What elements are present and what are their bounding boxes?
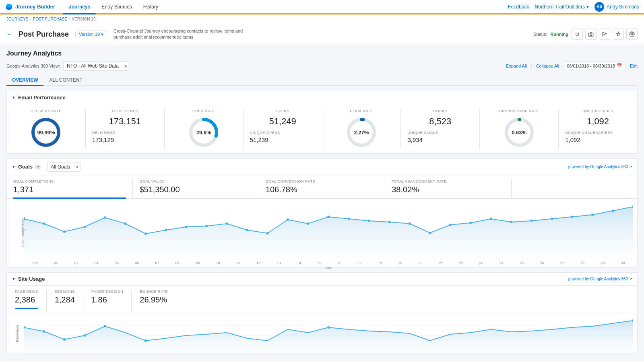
goals-ga-link[interactable]: Google Analytics 360 ↗ (590, 165, 632, 169)
svg-point-6 (631, 34, 633, 35)
user-avatar: AS (594, 2, 604, 12)
svg-point-59 (43, 330, 45, 333)
goals-info-icon[interactable]: ? (35, 164, 41, 170)
screenshot-button[interactable] (585, 29, 597, 40)
back-arrow-icon: ← (6, 31, 12, 37)
delivery-rate-value: 99.99% (37, 129, 55, 135)
unique-unsubs-group: UNIQUE UNSUBSCRIBES 1,092 (565, 128, 631, 143)
back-button[interactable]: ← (6, 31, 12, 37)
nav-journeys[interactable]: Journeys (63, 0, 96, 14)
goals-metrics-row: GOAL COMPLETIONS 1,371 GOAL VALUE $51,35… (7, 175, 637, 199)
pageviews-label: PAGEVIEWS (15, 290, 38, 294)
ga-left: Google Analytics 360 View: NTO - All Web… (6, 61, 129, 71)
bounce-rate-metric: BOUNCE RATE 26.95% (132, 290, 176, 313)
unique-unsubs-label: UNIQUE UNSUBSCRIBES (565, 131, 631, 135)
journey-title: Post Purchase (19, 30, 69, 39)
goals-select-wrapper: All Goals (47, 162, 80, 172)
goals-chart-x-label: Date (24, 266, 633, 270)
analytics-title: Journey Analytics (6, 50, 638, 57)
delivery-rate-group: DELIVERY RATE 99.99% (7, 109, 86, 148)
open-donut-wrap: 29.6% (188, 116, 220, 148)
pin-button[interactable] (613, 29, 624, 40)
pages-per-session-value: 1.86 (91, 295, 123, 304)
user-menu[interactable]: AS Andy Simmons (594, 2, 639, 12)
tab-all-content[interactable]: ALL CONTENT (43, 75, 88, 86)
svg-point-38 (469, 222, 472, 224)
unique-clicks-value: 3,934 (407, 136, 473, 143)
site-chart-y-label: Pageviews (15, 325, 19, 342)
svg-point-40 (510, 221, 512, 223)
goal-abandonment-value: 38.02% (392, 185, 504, 194)
version-selector[interactable]: Version 19 ▾ (75, 31, 107, 38)
unsub-rate-group: UNSUBSCRIBE RATE 0.63% (480, 109, 559, 148)
nav-entry-sources[interactable]: Entry Sources (96, 0, 137, 14)
goal-completions-value: 1,371 (13, 185, 126, 194)
site-usage-header: ▼ Site Usage powered by Google Analytics… (7, 273, 637, 286)
email-performance-grid: DELIVERY RATE 99.99% TOTAL SENDS 173,151 (7, 104, 637, 153)
unique-clicks-label: UNIQUE CLICKS (407, 131, 473, 135)
date-range-value: 06/01/2018 - 06/30/2018 (567, 64, 615, 68)
unsub-donut-wrap: 0.63% (503, 116, 535, 148)
email-performance-header[interactable]: ▼ Email Performance (7, 91, 637, 104)
goal-value-label: GOAL VALUE (139, 179, 252, 183)
settings-button[interactable] (626, 29, 638, 40)
open-rate-group: OPEN RATE 29.6% (165, 109, 244, 148)
journey-header: ← Post Purchase Version 19 ▾ Cross-Chann… (0, 24, 644, 45)
tab-overview[interactable]: OVERVIEW (6, 75, 43, 86)
breadcrumb-post-purchase[interactable]: POST PURCHASE (33, 17, 67, 21)
goals-chart-y-label: Goal Completions (21, 218, 25, 247)
nav-history[interactable]: History (138, 0, 164, 14)
unsubs-value: 1,092 (565, 116, 631, 127)
top-navigation: Journey Builder Journeys Entry Sources H… (0, 0, 644, 14)
pageviews-value: 2,386 (15, 295, 38, 304)
date-range-picker[interactable]: 06/01/2018 - 06/30/2018 📅 (563, 62, 626, 70)
svg-point-18 (63, 230, 66, 233)
google-analytics-row: Google Analytics 360 View: NTO - All Web… (6, 61, 638, 71)
ga-select-wrapper: NTO - All Web Site Data (63, 61, 129, 71)
total-sends-group: TOTAL SENDS 173,151 DELIVERIES 173,129 (86, 109, 165, 148)
breadcrumb-journeys[interactable]: JOURNEYS (6, 17, 28, 21)
svg-point-20 (104, 216, 106, 219)
delivery-rate-donut: 99.99% (13, 116, 79, 148)
flag-button[interactable] (599, 29, 610, 40)
unique-clicks-group: UNIQUE CLICKS 3,934 (407, 128, 473, 143)
site-usage-ga-link[interactable]: Google Analytics 360 ↗ (590, 277, 632, 281)
goals-powered-by: powered by Google Analytics 360 ↗ (568, 165, 632, 169)
opens-value: 51,249 (250, 116, 316, 127)
goals-select[interactable]: All Goals (47, 162, 80, 172)
svg-point-27 (246, 229, 248, 231)
svg-marker-57 (24, 321, 633, 354)
svg-point-3 (6, 4, 11, 7)
flag-icon (602, 31, 607, 37)
feedback-link[interactable]: Feedback (508, 4, 529, 10)
edit-link[interactable]: Edit (630, 64, 638, 68)
version-label: Version 19 (79, 32, 100, 37)
total-sends-label: TOTAL SENDS (92, 109, 158, 113)
pages-per-session-metric: PAGES/SESSION 1.86 (83, 290, 132, 313)
org-switcher[interactable]: Northern Trail Outfitters ▾ (535, 4, 589, 10)
breadcrumb-version: VERSION 19 (72, 17, 96, 21)
click-rate-label: CLICK RATE (329, 109, 394, 113)
analytics-tabs: OVERVIEW ALL CONTENT (6, 75, 638, 86)
status-label: Status: (533, 32, 547, 37)
svg-point-43 (571, 216, 574, 218)
goal-completions-label: GOAL COMPLETIONS (13, 179, 126, 183)
opens-group: OPENS 51,249 UNIQUE OPENS 51,239 (244, 109, 322, 148)
deliveries-value: 173,129 (92, 136, 158, 143)
svg-point-28 (266, 232, 269, 234)
site-usage-chart-svg: 150 100 50 (24, 317, 633, 354)
goal-abandonment-label: TOTAL ABANDONMENT RATE (392, 179, 504, 183)
unique-opens-group: UNIQUE OPENS 51,239 (250, 128, 316, 143)
collapse-all-link[interactable]: Collapse All (536, 64, 559, 68)
svg-point-44 (591, 214, 594, 216)
expand-all-link[interactable]: Expand All (506, 64, 527, 68)
org-chevron: ▾ (586, 4, 589, 10)
svg-point-45 (612, 210, 614, 212)
svg-point-30 (307, 222, 310, 225)
refresh-button[interactable]: ↺ (572, 29, 583, 40)
ga-view-select[interactable]: NTO - All Web Site Data (63, 61, 129, 71)
goal-conversion-metric: GOAL CONVERSION RATE 106.78% (259, 179, 385, 198)
pages-per-session-label: PAGES/SESSION (91, 290, 123, 294)
unique-opens-label: UNIQUE OPENS (250, 131, 316, 135)
svg-point-31 (327, 216, 330, 218)
